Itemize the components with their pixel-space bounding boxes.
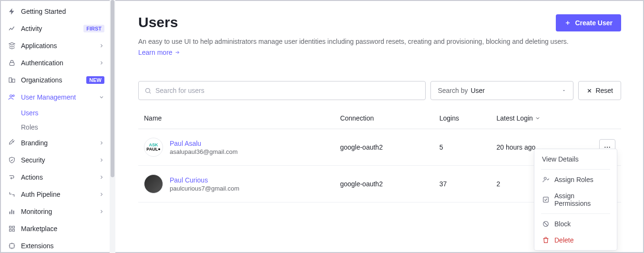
page-title: Users — [138, 14, 178, 30]
logins-value: 5 — [434, 129, 491, 166]
menu-item-assign-roles[interactable]: Assign Roles — [534, 172, 617, 188]
svg-rect-2 — [12, 79, 15, 82]
sidebar-item-label: Activity — [21, 25, 81, 32]
lock-icon — [8, 59, 16, 67]
svg-point-14 — [604, 147, 605, 148]
sidebar-item-auth-pipeline[interactable]: Auth Pipeline — [1, 186, 110, 203]
svg-rect-0 — [10, 62, 14, 65]
sidebar-sub-item-users[interactable]: Users — [16, 106, 110, 120]
sidebar-item-authentication[interactable]: Authentication — [1, 54, 110, 71]
sidebar-item-label: Auth Pipeline — [21, 191, 99, 198]
svg-point-4 — [13, 95, 14, 96]
arrow-right-icon — [174, 50, 180, 55]
chevron-right-icon — [99, 174, 104, 180]
menu-item-delete[interactable]: Delete — [534, 232, 617, 248]
svg-rect-18 — [543, 197, 549, 202]
sidebar: Getting Started Activity FIRST Applicati… — [1, 1, 111, 252]
search-input[interactable] — [155, 87, 419, 94]
avatar — [144, 174, 163, 193]
sidebar-item-branding[interactable]: Branding — [1, 134, 110, 152]
svg-rect-12 — [10, 243, 14, 248]
users-icon — [8, 93, 16, 101]
sidebar-item-label: Extensions — [21, 242, 104, 250]
sidebar-item-security[interactable]: Security — [1, 152, 110, 169]
column-header-logins[interactable]: Logins — [434, 108, 491, 129]
menu-item-view-details[interactable]: View Details — [534, 151, 617, 167]
sidebar-item-activity[interactable]: Activity FIRST — [1, 20, 110, 37]
svg-rect-10 — [10, 229, 11, 231]
connection-value: google-oauth2 — [334, 129, 433, 166]
row-actions-menu: View Details Assign Roles Assign Permiss… — [534, 149, 617, 251]
column-header-latest-login[interactable]: Latest Login — [491, 108, 593, 129]
user-name-link[interactable]: Paul Asalu — [170, 140, 238, 147]
sidebar-item-organizations[interactable]: Organizations NEW — [1, 71, 110, 89]
sidebar-item-label: User Management — [21, 93, 99, 101]
create-user-button[interactable]: Create User — [556, 14, 621, 31]
reset-button-label: Reset — [595, 87, 613, 94]
pipeline-icon — [8, 190, 16, 199]
svg-rect-5 — [10, 212, 10, 214]
first-badge: FIRST — [83, 25, 104, 32]
sidebar-item-label: Organizations — [21, 76, 83, 84]
apps-icon — [8, 41, 16, 50]
svg-rect-1 — [9, 78, 11, 82]
sidebar-item-getting-started[interactable]: Getting Started — [1, 3, 110, 20]
svg-point-16 — [609, 147, 610, 148]
svg-rect-9 — [12, 226, 14, 228]
sidebar-sub-item-roles[interactable]: Roles — [16, 120, 110, 134]
sidebar-item-label: Applications — [21, 42, 99, 50]
brush-icon — [8, 139, 16, 147]
search-input-wrapper[interactable] — [138, 81, 426, 100]
sidebar-sub-items: Users Roles — [1, 106, 110, 134]
sidebar-scrollbar-track — [110, 0, 115, 253]
svg-point-3 — [10, 95, 12, 97]
sidebar-item-user-management[interactable]: User Management — [1, 89, 110, 106]
chart-icon — [8, 24, 16, 33]
page-description: An easy to use UI to help administrators… — [138, 36, 621, 47]
flow-icon — [8, 173, 16, 182]
user-name-link[interactable]: Paul Curious — [170, 176, 239, 184]
plus-icon — [564, 20, 571, 26]
sidebar-scrollbar-thumb[interactable] — [111, 0, 114, 177]
user-email: paulcurious7@gmail.com — [170, 185, 239, 192]
new-badge: NEW — [86, 76, 104, 84]
market-icon — [8, 224, 16, 233]
menu-item-assign-permissions[interactable]: Assign Permissions — [534, 188, 617, 212]
sort-down-icon — [535, 115, 541, 121]
svg-point-17 — [544, 177, 546, 180]
chevron-down-icon — [99, 94, 104, 100]
ext-icon — [8, 242, 16, 250]
bolt-icon — [8, 7, 16, 16]
user-email: asalupaul36@gmail.com — [170, 148, 238, 155]
sidebar-item-actions[interactable]: Actions — [1, 169, 110, 186]
sidebar-item-label: Authentication — [21, 59, 99, 67]
reset-button[interactable]: Reset — [578, 81, 621, 100]
menu-separator — [541, 169, 610, 170]
menu-separator — [541, 213, 610, 214]
learn-more-link[interactable]: Learn more — [138, 49, 180, 56]
sidebar-item-monitoring[interactable]: Monitoring — [1, 203, 110, 220]
bars-icon — [8, 207, 16, 216]
menu-item-block[interactable]: Block — [534, 216, 617, 232]
sidebar-item-extensions[interactable]: Extensions — [1, 237, 110, 252]
block-icon — [542, 220, 550, 228]
learn-more-label: Learn more — [138, 49, 173, 56]
sidebar-item-label: Monitoring — [21, 208, 99, 215]
svg-rect-11 — [12, 229, 14, 231]
create-user-button-label: Create User — [575, 19, 613, 27]
search-icon — [144, 87, 152, 94]
search-by-select[interactable]: Search by User — [430, 81, 573, 100]
chevron-right-icon — [99, 157, 104, 163]
svg-rect-8 — [10, 226, 11, 228]
column-header-name[interactable]: Name — [138, 108, 334, 129]
svg-rect-6 — [11, 210, 12, 214]
avatar: ASKPAUL● — [144, 138, 163, 157]
close-icon — [586, 88, 593, 94]
sidebar-item-label: Marketplace — [21, 225, 104, 233]
user-role-icon — [542, 176, 550, 183]
caret-down-icon — [562, 88, 566, 93]
column-header-connection[interactable]: Connection — [334, 108, 433, 129]
sidebar-item-marketplace[interactable]: Marketplace — [1, 220, 110, 237]
sidebar-item-applications[interactable]: Applications — [1, 37, 110, 54]
chevron-right-icon — [99, 43, 104, 49]
